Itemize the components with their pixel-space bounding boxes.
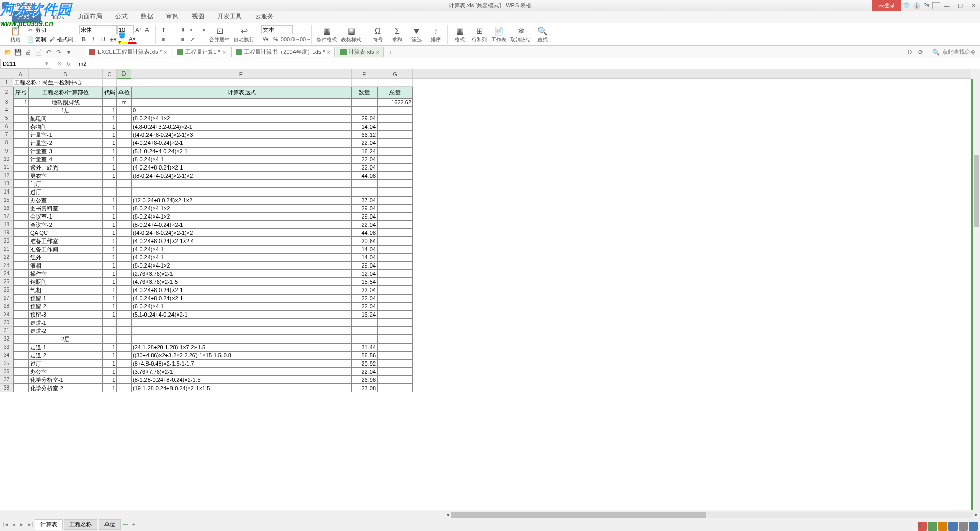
maximize-button[interactable]: ▢ (953, 1, 967, 11)
menu-view[interactable]: 视图 (190, 10, 206, 23)
cell[interactable]: 1 (103, 343, 117, 351)
format-button[interactable]: ▦格式 (451, 26, 469, 44)
cell[interactable]: 计量室-1 (29, 131, 103, 139)
cell[interactable] (377, 147, 413, 155)
cell[interactable] (131, 188, 352, 196)
cell[interactable] (13, 172, 29, 180)
cell[interactable] (13, 188, 29, 196)
cell[interactable] (103, 79, 117, 87)
cell[interactable] (352, 188, 377, 196)
align-right-icon[interactable]: ≡ (178, 35, 187, 44)
tray-icon-2[interactable] (928, 522, 937, 531)
cell[interactable] (13, 270, 29, 278)
cell[interactable] (377, 212, 413, 221)
row-header[interactable]: 35 (0, 359, 13, 368)
orient-icon[interactable]: ↗ (188, 35, 197, 44)
cell[interactable]: 1 (103, 368, 117, 376)
cell[interactable]: (8-0.24)×4-1×2 (131, 114, 352, 123)
cell[interactable] (117, 302, 131, 310)
cell[interactable] (13, 319, 29, 327)
cell[interactable] (117, 310, 131, 319)
cell[interactable]: 化学分析室-1 (29, 376, 103, 384)
cell[interactable] (352, 98, 377, 106)
row-header[interactable]: 18 (0, 221, 13, 229)
cell[interactable] (377, 278, 413, 286)
cut-label[interactable]: 剪切 (35, 26, 46, 34)
row-header[interactable]: 30 (0, 319, 13, 327)
cell[interactable]: (8-0.24+4-0.24)×2-1 (131, 221, 352, 229)
cell[interactable]: (12-0.24+8-0.24)×2-1×2 (131, 196, 352, 204)
row-header[interactable]: 11 (0, 163, 13, 172)
cell[interactable] (117, 368, 131, 376)
cell[interactable]: (8-0.24)×4-1×2 (131, 212, 352, 221)
save-icon[interactable]: 💾 (13, 47, 22, 57)
sheet-add[interactable]: + (130, 521, 137, 529)
cell[interactable]: (4.8-0.24+3.2-0.24)×2-1 (131, 123, 352, 131)
refresh-icon[interactable]: ⟳ (916, 47, 925, 57)
row-header[interactable]: 24 (0, 270, 13, 278)
cell[interactable]: 1 (103, 310, 117, 319)
cell[interactable] (13, 368, 29, 376)
new-tab-button[interactable]: + (386, 47, 395, 57)
cell[interactable]: 1 (103, 212, 117, 221)
cell[interactable] (117, 376, 131, 384)
menu-file[interactable]: 开始▼ (12, 10, 41, 23)
row-header[interactable]: 26 (0, 286, 13, 294)
cell[interactable]: 29.04 (352, 261, 377, 270)
cloud-icon[interactable]: D (905, 47, 914, 57)
cell[interactable] (131, 180, 352, 188)
cell[interactable] (377, 359, 413, 368)
cell[interactable]: 办公室 (29, 368, 103, 376)
cell[interactable]: 22.04 (352, 286, 377, 294)
cell[interactable] (117, 196, 131, 204)
formula-input[interactable]: m2 (77, 61, 980, 67)
cell[interactable]: 代码 (103, 87, 117, 98)
align-mid-icon[interactable]: ≡ (168, 25, 178, 34)
cell[interactable] (377, 319, 413, 327)
cell[interactable] (13, 302, 29, 310)
cell[interactable] (352, 180, 377, 188)
fill-color-button[interactable]: 🪣▾ (118, 35, 127, 44)
cell[interactable]: 23.08 (352, 384, 377, 392)
cell[interactable] (13, 237, 29, 245)
cell[interactable]: (8+4.8-0.48)×2-1.5-1-1.7 (131, 359, 352, 368)
sheet-tab-unit[interactable]: 单位 (99, 519, 121, 530)
cond-fmt-button[interactable]: ▦条件格式 (315, 26, 338, 44)
percent-icon[interactable]: % (271, 35, 280, 44)
cell[interactable] (377, 172, 413, 180)
tray-icon-3[interactable] (938, 522, 947, 531)
cell[interactable] (13, 180, 29, 188)
cell[interactable]: 1 (103, 221, 117, 229)
cell[interactable]: 操作室 (29, 270, 103, 278)
vertical-scrollbar[interactable] (973, 79, 980, 510)
cell[interactable]: 1 (103, 384, 117, 392)
cell[interactable] (377, 114, 413, 123)
cell[interactable] (13, 123, 29, 131)
cell[interactable]: (4-0.24+8-0.24)×2-1 (131, 294, 352, 302)
sum-button[interactable]: Σ求和 (388, 26, 406, 44)
unfreeze-button[interactable]: ❄取消冻结 (509, 26, 532, 44)
cell[interactable] (13, 376, 29, 384)
row-header[interactable]: 17 (0, 212, 13, 221)
cell[interactable] (117, 155, 131, 163)
cell[interactable]: 序号 (13, 87, 29, 98)
cell[interactable] (13, 114, 29, 123)
cell[interactable]: ((30+4.86)×2+3.2×2-2.26)-1×15-1.5-0.8 (131, 351, 352, 359)
cell[interactable] (13, 294, 29, 302)
row-header[interactable]: 31 (0, 327, 13, 335)
doc-tab-3[interactable]: 计算表.xls× (336, 47, 384, 57)
cell[interactable]: (5.1-0.24+4-0.24)×2-1 (131, 147, 352, 155)
cell[interactable] (117, 319, 131, 327)
cell[interactable]: 1 (103, 155, 117, 163)
sheet-tab-name[interactable]: 工程名称 (64, 519, 97, 530)
cell[interactable]: 红外 (29, 253, 103, 261)
cell[interactable]: (3.76+7.76)×2-1 (131, 368, 352, 376)
bold-button[interactable]: B (79, 35, 88, 44)
format-painter-label[interactable]: 格式刷 (57, 36, 74, 43)
doc-tab-close[interactable]: × (164, 49, 167, 55)
sheet-nav-first[interactable]: |◄ (2, 521, 9, 529)
col-header-C[interactable]: C (103, 69, 117, 79)
cell[interactable] (103, 319, 117, 327)
cell[interactable]: 计算表达式 (131, 87, 352, 98)
cell[interactable] (377, 294, 413, 302)
